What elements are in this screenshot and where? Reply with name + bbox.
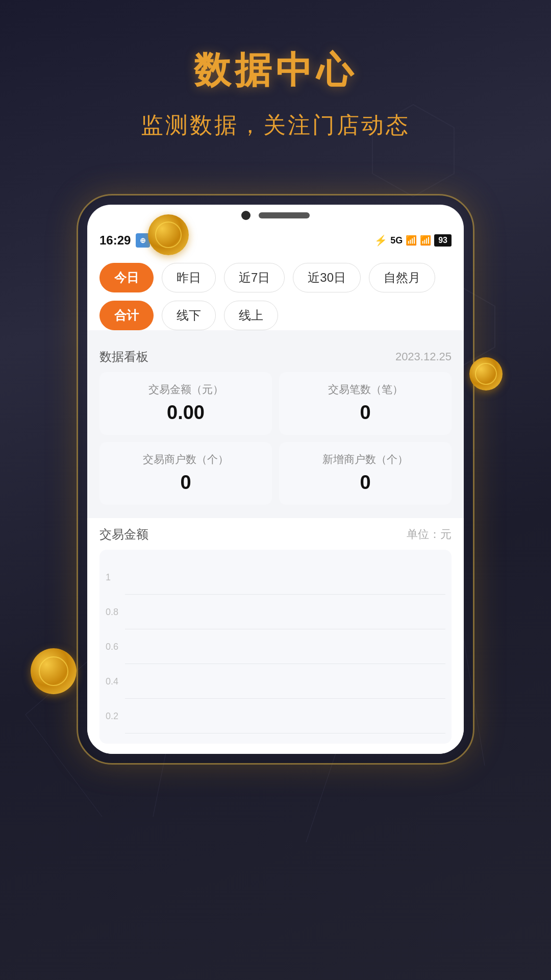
phone-mockup: 16:29 ⊕ ⏰ ⚡ 5G 📶 📶 93	[77, 194, 474, 765]
data-panel-section: 数据看板 2023.12.25 交易金额（元） 0.00 交易笔数（笔） 0 交…	[87, 338, 464, 518]
status-right-icons: ⚡ 5G 📶 📶 93	[374, 234, 452, 247]
data-card-new-merchants-label: 新增商户数（个）	[288, 452, 442, 467]
filter-total[interactable]: 合计	[99, 301, 154, 330]
grid-line-2	[125, 629, 445, 629]
data-card-new-merchants: 新增商户数（个） 0	[279, 442, 452, 505]
phone-notch	[87, 205, 464, 228]
signal-bars-1: 📶	[406, 235, 417, 246]
chart-section: 交易金额 单位：元 0.2 0.4 0.6 0.8 1	[87, 518, 464, 744]
signal-5g: 5G	[390, 235, 403, 246]
chart-title: 交易金额	[99, 526, 148, 543]
coin-decoration-1	[148, 214, 189, 255]
front-camera	[241, 211, 251, 220]
data-card-count-value: 0	[288, 402, 442, 424]
phone-screen: 16:29 ⊕ ⏰ ⚡ 5G 📶 📶 93	[87, 228, 464, 754]
data-card-merchants-label: 交易商户数（个）	[109, 452, 263, 467]
filter-offline[interactable]: 线下	[162, 301, 216, 330]
chart-grid	[125, 560, 445, 733]
signal-bars-2: 📶	[420, 235, 431, 246]
page-header: 数据中心 监测数据，关注门店动态	[0, 0, 551, 140]
y-label-1: 1	[106, 572, 118, 583]
coin-decoration-3	[31, 648, 77, 694]
filter-month[interactable]: 自然月	[369, 263, 435, 292]
chart-y-axis: 0.2 0.4 0.6 0.8 1	[106, 550, 118, 744]
grid-line-5	[125, 733, 445, 733]
chart-unit: 单位：元	[407, 527, 452, 542]
data-card-merchants: 交易商户数（个） 0	[99, 442, 272, 505]
y-label-02: 0.2	[106, 711, 118, 722]
grid-line-1	[125, 594, 445, 595]
data-cards-grid: 交易金额（元） 0.00 交易笔数（笔） 0 交易商户数（个） 0 新增商户数（…	[99, 372, 452, 505]
filter-online[interactable]: 线上	[224, 301, 278, 330]
data-panel-header: 数据看板 2023.12.25	[99, 338, 452, 372]
y-label-08: 0.8	[106, 607, 118, 618]
status-bar: 16:29 ⊕ ⏰ ⚡ 5G 📶 📶 93	[87, 228, 464, 253]
data-panel-title: 数据看板	[99, 349, 148, 365]
app-content: 今日 昨日 近7日 近30日 自然月 合计 线下 线上	[87, 253, 464, 330]
coin-decoration-2	[469, 357, 503, 390]
phone-speaker	[259, 212, 310, 218]
chart-area: 0.2 0.4 0.6 0.8 1	[99, 550, 452, 744]
phone-frame: 16:29 ⊕ ⏰ ⚡ 5G 📶 📶 93	[77, 194, 474, 765]
page-subtitle: 监测数据，关注门店动态	[0, 110, 551, 140]
data-card-merchants-value: 0	[109, 472, 263, 494]
filter-30days[interactable]: 近30日	[293, 263, 361, 292]
data-card-count: 交易笔数（笔） 0	[279, 372, 452, 435]
y-label-06: 0.6	[106, 642, 118, 652]
bluetooth-icon: ⚡	[374, 234, 387, 247]
data-card-new-merchants-value: 0	[288, 472, 442, 494]
grid-line-4	[125, 698, 445, 699]
data-card-count-label: 交易笔数（笔）	[288, 382, 442, 397]
data-card-amount: 交易金额（元） 0.00	[99, 372, 272, 435]
page-title: 数据中心	[0, 46, 551, 95]
filter-today[interactable]: 今日	[99, 263, 154, 292]
filter-yesterday[interactable]: 昨日	[162, 263, 216, 292]
data-panel-date: 2023.12.25	[395, 350, 452, 363]
y-label-04: 0.4	[106, 676, 118, 687]
channel-filter-row: 合计 线下 线上	[99, 301, 452, 330]
date-filter-row: 今日 昨日 近7日 近30日 自然月	[99, 263, 452, 292]
grid-line-3	[125, 664, 445, 664]
bottom-placeholder	[87, 744, 464, 754]
battery-indicator: 93	[434, 234, 452, 247]
data-card-amount-label: 交易金额（元）	[109, 382, 263, 397]
status-time: 16:29	[99, 233, 131, 248]
chart-header: 交易金额 单位：元	[99, 526, 452, 543]
filter-7days[interactable]: 近7日	[224, 263, 285, 292]
data-card-amount-value: 0.00	[109, 402, 263, 424]
